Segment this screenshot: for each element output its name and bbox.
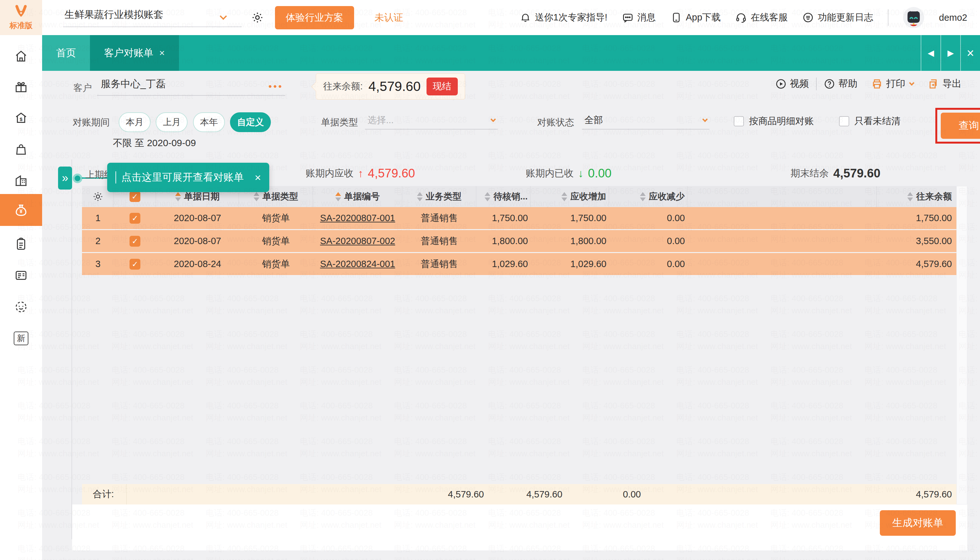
doc-no-link[interactable]: SA-20200807-002	[320, 236, 395, 246]
sort-arrows-icon[interactable]	[175, 192, 181, 201]
generate-statement-button[interactable]: 生成对账单	[880, 510, 956, 536]
sort-arrows-icon[interactable]	[484, 192, 490, 201]
avatar[interactable]	[903, 7, 924, 28]
row-checkbox-checked[interactable]: ✓	[130, 259, 140, 270]
username[interactable]: demo2	[939, 12, 967, 23]
sort-arrows-icon[interactable]	[640, 192, 646, 201]
online-service-item[interactable]: 在线客服	[735, 11, 788, 24]
tooltip-close-icon[interactable]: ×	[255, 172, 261, 184]
checkbox-checked-icon[interactable]: ✓	[130, 191, 140, 202]
period-this-year[interactable]: 本年	[193, 112, 225, 132]
header-increase[interactable]: 应收增加	[531, 186, 609, 207]
period-this-month[interactable]: 本月	[119, 112, 151, 132]
balance-tooltip: 往来余额: 4,579.60 现结	[316, 73, 465, 100]
table-row[interactable]: 3 ✓ 2020-08-24 销货单 SA-20200824-001 普通销售 …	[82, 253, 957, 276]
status-value: 全部	[584, 114, 603, 127]
tab-home[interactable]: 首页	[42, 35, 90, 71]
sort-arrows-icon[interactable]	[254, 192, 260, 201]
sidebar-item-home[interactable]	[0, 41, 42, 72]
row-checkbox-checked[interactable]: ✓	[130, 236, 140, 247]
svg-text:$: $	[20, 117, 23, 122]
messages-label: 消息	[637, 11, 656, 24]
trial-plan-button[interactable]: 体验行业方案	[275, 6, 354, 29]
sort-arrows-icon[interactable]	[335, 192, 341, 201]
help-button[interactable]: 帮助	[824, 77, 857, 90]
customer-more-icon[interactable]: •••	[268, 81, 283, 92]
cell-pending: 1,750.00	[476, 207, 531, 229]
settle-now-badge[interactable]: 现结	[426, 78, 458, 95]
cell-doc-date: 2020-08-07	[156, 230, 239, 252]
sidebar-item-assistant[interactable]	[0, 292, 42, 322]
checkbox-unchecked-icon[interactable]	[839, 116, 849, 127]
chevron-down-icon	[702, 117, 708, 122]
sort-arrows-icon[interactable]	[561, 192, 567, 201]
header-pending[interactable]: 待核销...	[476, 186, 531, 207]
export-button[interactable]: 导出	[927, 77, 962, 90]
total-label: 合计:	[82, 484, 126, 505]
sidebar: $ ¥	[0, 35, 42, 560]
tab-close-icon[interactable]: ×	[159, 48, 165, 58]
app-download-item[interactable]: App下载	[671, 11, 721, 24]
doc-no-link[interactable]: SA-20200824-001	[320, 259, 395, 269]
sidebar-item-gift[interactable]	[0, 72, 42, 102]
receivable-label: 账期内应收	[306, 167, 353, 180]
header-doc-no[interactable]: 单据编号	[313, 186, 402, 207]
online-service-label: 在线客服	[750, 11, 788, 24]
table-scrollbar-track[interactable]	[957, 186, 967, 505]
header-filler	[687, 186, 877, 207]
tab-customer-statement[interactable]: 客户对账单 ×	[90, 35, 179, 71]
toolbar-divider	[816, 78, 817, 90]
customer-select-field[interactable]: 服务中心_丁磊 •••	[97, 73, 285, 96]
sidebar-item-reports[interactable]	[0, 260, 42, 290]
cell-doc-type: 销货单	[239, 253, 313, 275]
checkbox-unchecked-icon[interactable]	[734, 116, 744, 127]
sort-arrows-icon[interactable]	[907, 192, 913, 201]
cell-biz-type: 普通销售	[402, 207, 476, 229]
changelog-icon	[802, 12, 814, 23]
period-custom[interactable]: 自定义	[230, 112, 271, 132]
customer-toolbar: 视频 帮助 打印 导出	[775, 77, 962, 90]
settings-gear-icon[interactable]	[251, 11, 264, 24]
report-card-icon	[14, 268, 28, 282]
expert-tip-item[interactable]: 送你1次专家指导!	[520, 11, 607, 24]
expand-panel-button[interactable]: »	[58, 167, 72, 190]
cell-decrease: 0.00	[609, 253, 687, 275]
messages-item[interactable]: 消息	[622, 11, 656, 24]
print-chevron-down-icon[interactable]	[909, 80, 915, 85]
period-last-month[interactable]: 上月	[156, 112, 188, 132]
tab-scroll-right-button[interactable]: ▶	[940, 35, 960, 71]
doc-type-select[interactable]: 选择...	[365, 112, 497, 130]
account-selector[interactable]: 生鲜果蔬行业模拟账套	[63, 8, 242, 27]
home-icon	[14, 49, 28, 63]
unsettled-only-checkbox[interactable]: 只看未结清	[839, 115, 900, 128]
money-bag-icon: ¥	[13, 202, 29, 218]
video-button[interactable]: 视频	[775, 77, 809, 90]
doc-no-link[interactable]: SA-20200807-001	[320, 213, 395, 223]
sidebar-item-funds-active[interactable]: ¥	[0, 194, 42, 226]
status-select[interactable]: 全部	[582, 112, 709, 130]
sidebar-item-new[interactable]: 新	[0, 323, 42, 353]
up-arrow-icon: ↑	[358, 167, 363, 180]
sort-arrows-icon[interactable]	[417, 192, 423, 201]
changelog-item[interactable]: 功能更新日志	[802, 11, 873, 24]
tabs-close-all-button[interactable]: ×	[960, 35, 980, 71]
cell-pending: 1,029.60	[476, 253, 531, 275]
print-button[interactable]: 打印	[871, 77, 913, 90]
sidebar-item-sales[interactable]: $	[0, 103, 42, 133]
period-range-text[interactable]: 不限 至 2020-09-09	[113, 137, 196, 150]
app-logo[interactable]: 标准版	[0, 0, 42, 35]
row-checkbox-checked[interactable]: ✓	[130, 213, 140, 224]
detail-reconcile-label: 按商品明细对账	[749, 115, 814, 128]
verify-status[interactable]: 未认证	[374, 11, 403, 24]
detail-reconcile-checkbox[interactable]: 按商品明细对账	[734, 115, 814, 128]
header-balance[interactable]: 往来余额	[877, 186, 957, 207]
table-row[interactable]: 1 ✓ 2020-08-07 销货单 SA-20200807-001 普通销售 …	[82, 207, 957, 230]
query-button[interactable]: 查询	[941, 113, 980, 139]
table-row[interactable]: 2 ✓ 2020-08-07 销货单 SA-20200807-002 普通销售 …	[82, 230, 957, 253]
sidebar-item-bills[interactable]	[0, 228, 42, 259]
expert-tip-label: 送你1次专家指导!	[535, 11, 607, 24]
total-balance: 4,579.60	[877, 484, 957, 505]
header-biz-type[interactable]: 业务类型	[402, 186, 476, 207]
header-decrease[interactable]: 应收减少	[609, 186, 687, 207]
tab-scroll-left-button[interactable]: ◀	[921, 35, 940, 71]
